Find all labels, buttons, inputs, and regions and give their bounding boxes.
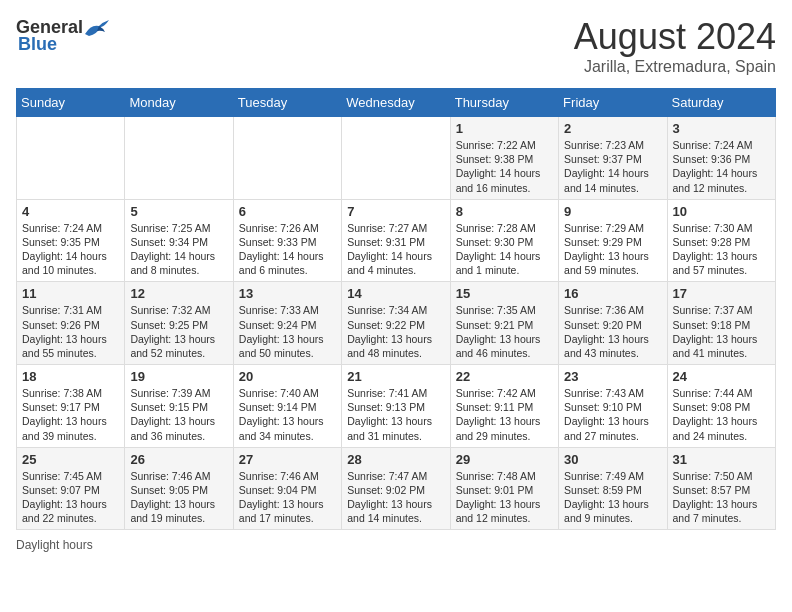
day-number: 11 — [22, 286, 119, 301]
calendar-day-cell: 5Sunrise: 7:25 AMSunset: 9:34 PMDaylight… — [125, 199, 233, 282]
day-info: Sunrise: 7:38 AMSunset: 9:17 PMDaylight:… — [22, 386, 119, 443]
day-info: Sunrise: 7:36 AMSunset: 9:20 PMDaylight:… — [564, 303, 661, 360]
day-number: 25 — [22, 452, 119, 467]
calendar-day-cell: 7Sunrise: 7:27 AMSunset: 9:31 PMDaylight… — [342, 199, 450, 282]
day-info: Sunrise: 7:48 AMSunset: 9:01 PMDaylight:… — [456, 469, 553, 526]
calendar-day-cell: 29Sunrise: 7:48 AMSunset: 9:01 PMDayligh… — [450, 447, 558, 530]
calendar-day-cell: 14Sunrise: 7:34 AMSunset: 9:22 PMDayligh… — [342, 282, 450, 365]
calendar-week-row: 4Sunrise: 7:24 AMSunset: 9:35 PMDaylight… — [17, 199, 776, 282]
calendar-day-cell: 4Sunrise: 7:24 AMSunset: 9:35 PMDaylight… — [17, 199, 125, 282]
calendar-day-cell: 16Sunrise: 7:36 AMSunset: 9:20 PMDayligh… — [559, 282, 667, 365]
day-info: Sunrise: 7:22 AMSunset: 9:38 PMDaylight:… — [456, 138, 553, 195]
day-info: Sunrise: 7:26 AMSunset: 9:33 PMDaylight:… — [239, 221, 336, 278]
calendar-header-day: Saturday — [667, 89, 775, 117]
calendar-day-cell: 9Sunrise: 7:29 AMSunset: 9:29 PMDaylight… — [559, 199, 667, 282]
day-number: 27 — [239, 452, 336, 467]
calendar-week-row: 11Sunrise: 7:31 AMSunset: 9:26 PMDayligh… — [17, 282, 776, 365]
day-number: 29 — [456, 452, 553, 467]
day-info: Sunrise: 7:32 AMSunset: 9:25 PMDaylight:… — [130, 303, 227, 360]
day-info: Sunrise: 7:49 AMSunset: 8:59 PMDaylight:… — [564, 469, 661, 526]
calendar-day-cell: 22Sunrise: 7:42 AMSunset: 9:11 PMDayligh… — [450, 365, 558, 448]
calendar-week-row: 1Sunrise: 7:22 AMSunset: 9:38 PMDaylight… — [17, 117, 776, 200]
day-number: 10 — [673, 204, 770, 219]
day-info: Sunrise: 7:34 AMSunset: 9:22 PMDaylight:… — [347, 303, 444, 360]
day-number: 15 — [456, 286, 553, 301]
day-number: 1 — [456, 121, 553, 136]
calendar-day-cell: 13Sunrise: 7:33 AMSunset: 9:24 PMDayligh… — [233, 282, 341, 365]
day-info: Sunrise: 7:47 AMSunset: 9:02 PMDaylight:… — [347, 469, 444, 526]
calendar-day-cell: 15Sunrise: 7:35 AMSunset: 9:21 PMDayligh… — [450, 282, 558, 365]
day-number: 7 — [347, 204, 444, 219]
day-info: Sunrise: 7:37 AMSunset: 9:18 PMDaylight:… — [673, 303, 770, 360]
day-number: 31 — [673, 452, 770, 467]
day-number: 19 — [130, 369, 227, 384]
title-area: August 2024 Jarilla, Extremadura, Spain — [574, 16, 776, 76]
day-info: Sunrise: 7:46 AMSunset: 9:05 PMDaylight:… — [130, 469, 227, 526]
day-number: 13 — [239, 286, 336, 301]
calendar-day-cell: 25Sunrise: 7:45 AMSunset: 9:07 PMDayligh… — [17, 447, 125, 530]
day-info: Sunrise: 7:35 AMSunset: 9:21 PMDaylight:… — [456, 303, 553, 360]
day-info: Sunrise: 7:40 AMSunset: 9:14 PMDaylight:… — [239, 386, 336, 443]
day-number: 12 — [130, 286, 227, 301]
day-info: Sunrise: 7:43 AMSunset: 9:10 PMDaylight:… — [564, 386, 661, 443]
calendar-day-cell: 27Sunrise: 7:46 AMSunset: 9:04 PMDayligh… — [233, 447, 341, 530]
calendar-day-cell: 24Sunrise: 7:44 AMSunset: 9:08 PMDayligh… — [667, 365, 775, 448]
day-info: Sunrise: 7:27 AMSunset: 9:31 PMDaylight:… — [347, 221, 444, 278]
calendar-day-cell: 28Sunrise: 7:47 AMSunset: 9:02 PMDayligh… — [342, 447, 450, 530]
day-info: Sunrise: 7:50 AMSunset: 8:57 PMDaylight:… — [673, 469, 770, 526]
calendar-day-cell: 10Sunrise: 7:30 AMSunset: 9:28 PMDayligh… — [667, 199, 775, 282]
day-number: 20 — [239, 369, 336, 384]
day-number: 8 — [456, 204, 553, 219]
day-number: 18 — [22, 369, 119, 384]
logo: General Blue — [16, 16, 111, 55]
calendar-header-day: Tuesday — [233, 89, 341, 117]
day-info: Sunrise: 7:44 AMSunset: 9:08 PMDaylight:… — [673, 386, 770, 443]
day-info: Sunrise: 7:30 AMSunset: 9:28 PMDaylight:… — [673, 221, 770, 278]
day-info: Sunrise: 7:29 AMSunset: 9:29 PMDaylight:… — [564, 221, 661, 278]
day-info: Sunrise: 7:33 AMSunset: 9:24 PMDaylight:… — [239, 303, 336, 360]
calendar-day-cell: 11Sunrise: 7:31 AMSunset: 9:26 PMDayligh… — [17, 282, 125, 365]
calendar-day-cell: 1Sunrise: 7:22 AMSunset: 9:38 PMDaylight… — [450, 117, 558, 200]
day-info: Sunrise: 7:41 AMSunset: 9:13 PMDaylight:… — [347, 386, 444, 443]
calendar-header-day: Wednesday — [342, 89, 450, 117]
logo-bird-icon — [83, 16, 111, 38]
calendar-header-day: Monday — [125, 89, 233, 117]
day-number: 24 — [673, 369, 770, 384]
day-number: 28 — [347, 452, 444, 467]
day-number: 17 — [673, 286, 770, 301]
calendar-day-cell: 6Sunrise: 7:26 AMSunset: 9:33 PMDaylight… — [233, 199, 341, 282]
calendar-day-cell — [233, 117, 341, 200]
day-info: Sunrise: 7:46 AMSunset: 9:04 PMDaylight:… — [239, 469, 336, 526]
day-info: Sunrise: 7:42 AMSunset: 9:11 PMDaylight:… — [456, 386, 553, 443]
calendar-day-cell — [342, 117, 450, 200]
day-info: Sunrise: 7:24 AMSunset: 9:35 PMDaylight:… — [22, 221, 119, 278]
day-number: 9 — [564, 204, 661, 219]
day-info: Sunrise: 7:23 AMSunset: 9:37 PMDaylight:… — [564, 138, 661, 195]
calendar-day-cell: 18Sunrise: 7:38 AMSunset: 9:17 PMDayligh… — [17, 365, 125, 448]
day-number: 5 — [130, 204, 227, 219]
calendar-day-cell: 23Sunrise: 7:43 AMSunset: 9:10 PMDayligh… — [559, 365, 667, 448]
day-number: 2 — [564, 121, 661, 136]
calendar-day-cell: 12Sunrise: 7:32 AMSunset: 9:25 PMDayligh… — [125, 282, 233, 365]
day-number: 30 — [564, 452, 661, 467]
logo-blue-text: Blue — [16, 34, 57, 55]
day-info: Sunrise: 7:25 AMSunset: 9:34 PMDaylight:… — [130, 221, 227, 278]
day-info: Sunrise: 7:24 AMSunset: 9:36 PMDaylight:… — [673, 138, 770, 195]
day-number: 6 — [239, 204, 336, 219]
calendar-week-row: 25Sunrise: 7:45 AMSunset: 9:07 PMDayligh… — [17, 447, 776, 530]
calendar-day-cell: 3Sunrise: 7:24 AMSunset: 9:36 PMDaylight… — [667, 117, 775, 200]
location-title: Jarilla, Extremadura, Spain — [574, 58, 776, 76]
header: General Blue August 2024 Jarilla, Extrem… — [16, 16, 776, 76]
day-number: 21 — [347, 369, 444, 384]
day-number: 4 — [22, 204, 119, 219]
calendar-day-cell: 31Sunrise: 7:50 AMSunset: 8:57 PMDayligh… — [667, 447, 775, 530]
calendar-day-cell: 17Sunrise: 7:37 AMSunset: 9:18 PMDayligh… — [667, 282, 775, 365]
day-info: Sunrise: 7:45 AMSunset: 9:07 PMDaylight:… — [22, 469, 119, 526]
calendar-day-cell: 21Sunrise: 7:41 AMSunset: 9:13 PMDayligh… — [342, 365, 450, 448]
day-info: Sunrise: 7:31 AMSunset: 9:26 PMDaylight:… — [22, 303, 119, 360]
day-number: 14 — [347, 286, 444, 301]
calendar-header-day: Sunday — [17, 89, 125, 117]
calendar-day-cell: 8Sunrise: 7:28 AMSunset: 9:30 PMDaylight… — [450, 199, 558, 282]
daylight-label: Daylight hours — [16, 538, 93, 552]
month-title: August 2024 — [574, 16, 776, 58]
